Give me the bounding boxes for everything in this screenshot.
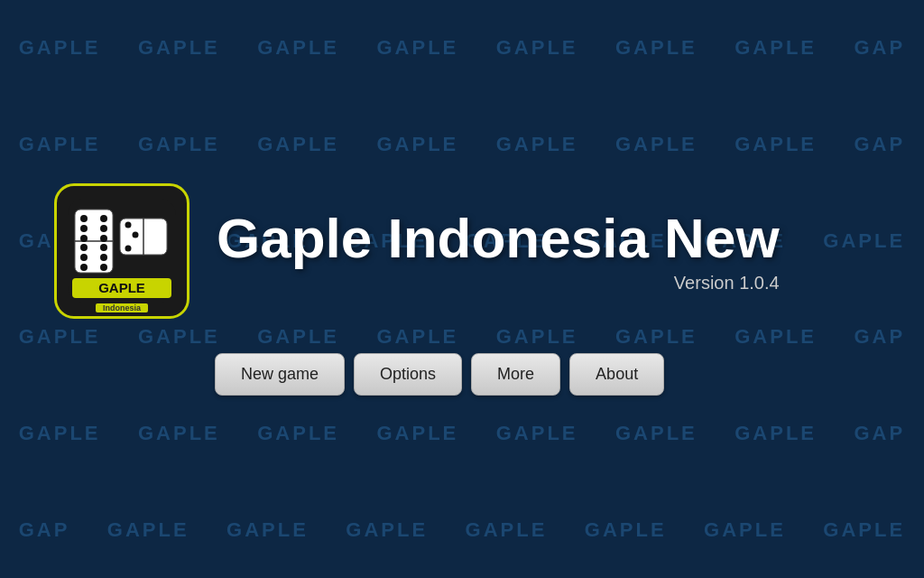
- svg-point-12: [100, 254, 107, 261]
- svg-point-4: [100, 215, 107, 222]
- title-area: Gaple Indonesia New Version 1.0.4: [217, 208, 780, 294]
- svg-point-3: [80, 215, 88, 222]
- svg-point-9: [80, 244, 88, 251]
- buttons-row: New game Options More About: [215, 353, 664, 396]
- app-icon-svg: GAPLE: [68, 199, 176, 303]
- svg-point-13: [80, 264, 88, 271]
- svg-point-14: [100, 264, 107, 271]
- main-content: GAPLE Indonesia Gaple Indonesia New Vers…: [0, 0, 924, 578]
- app-version: Version 1.0.4: [674, 273, 780, 294]
- new-game-button[interactable]: New game: [215, 353, 345, 396]
- svg-point-6: [100, 225, 107, 232]
- svg-point-10: [100, 244, 107, 251]
- header-row: GAPLE Indonesia Gaple Indonesia New Vers…: [54, 183, 780, 319]
- svg-text:GAPLE: GAPLE: [98, 280, 145, 295]
- svg-point-8: [100, 235, 107, 242]
- svg-point-17: [125, 222, 132, 228]
- more-button[interactable]: More: [471, 353, 560, 396]
- svg-point-7: [80, 235, 88, 242]
- icon-indonesia-label: Indonesia: [96, 303, 148, 312]
- svg-point-19: [125, 246, 132, 252]
- app-title: Gaple Indonesia New: [217, 208, 780, 269]
- svg-point-11: [80, 254, 88, 261]
- svg-point-18: [133, 232, 139, 238]
- svg-point-5: [80, 225, 88, 232]
- about-button[interactable]: About: [569, 353, 664, 396]
- options-button[interactable]: Options: [354, 353, 462, 396]
- app-icon: GAPLE Indonesia: [54, 183, 189, 319]
